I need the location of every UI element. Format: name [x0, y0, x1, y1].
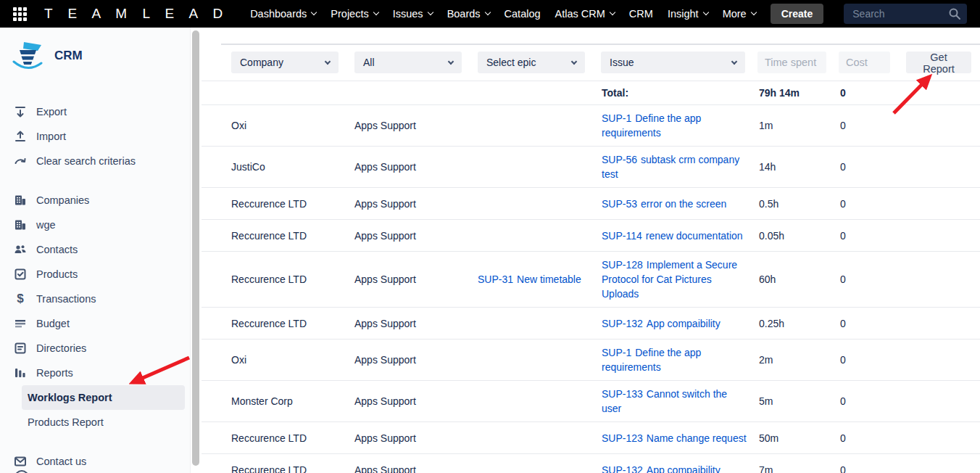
cell-time-spent: 50m — [759, 431, 840, 445]
create-button[interactable]: Create — [771, 4, 824, 24]
sidebar-item-products[interactable]: Products — [0, 262, 190, 287]
topbar-item-catalog[interactable]: Catalog — [497, 8, 548, 20]
issue-link[interactable]: SUP-128Implement a Secure Protocol for C… — [602, 259, 737, 300]
sidebar-item-contacts[interactable]: Contacts — [0, 237, 190, 262]
cost-input[interactable] — [839, 52, 890, 73]
company-filter-select[interactable]: Company — [231, 52, 339, 73]
issue-filter-select[interactable]: Issue — [601, 52, 745, 73]
cell-time-spent: 0.25h — [759, 316, 840, 331]
sidebar-item-label: Products Report — [28, 416, 104, 428]
cell-cost: 0 — [840, 353, 980, 367]
cell-project: Apps Support — [354, 118, 478, 133]
cell-project: Apps Support — [354, 197, 478, 211]
issue-link[interactable]: SUP-123Name change request — [602, 432, 747, 444]
issue-link[interactable]: SUP-132App compaibility — [602, 464, 721, 473]
cell-cost: 0 — [840, 272, 980, 287]
table-row: Reccurence LTDApps SupportSUP-53error on… — [202, 188, 980, 220]
topbar-item-label: More — [723, 8, 747, 20]
topbar-item-label: Catalog — [504, 8, 541, 20]
issue-link[interactable]: SUP-132App compaibility — [602, 318, 721, 329]
issue-link[interactable]: SUP-1Define the app requirements — [602, 112, 701, 139]
topbar-item-label: Insight — [668, 8, 699, 20]
bar-chart-icon — [13, 366, 28, 380]
export-icon — [13, 104, 28, 119]
epic-link[interactable]: SUP-31New timetable — [478, 273, 581, 285]
sidebar-item-directories[interactable]: Directories — [0, 336, 190, 361]
topbar-item-more[interactable]: More — [715, 8, 763, 20]
sidebar-item-worklogs-report[interactable]: Worklogs Report — [22, 385, 185, 410]
topbar-item-issues[interactable]: Issues — [386, 8, 440, 20]
cell-time-spent: 0.5h — [759, 197, 840, 211]
sidebar-item-contact-us[interactable]: Contact us — [0, 449, 190, 473]
cell-cost: 0 — [840, 160, 980, 174]
issue-link[interactable]: SUP-56subtask crm company test — [602, 154, 739, 180]
cell-time-spent: 60h — [759, 272, 840, 287]
topbar-item-insight[interactable]: Insight — [660, 8, 715, 20]
sidebar-item-label: Reports — [36, 367, 73, 379]
cell-company: Reccurence LTD — [202, 316, 354, 331]
sidebar-item-companies[interactable]: Companies — [0, 188, 190, 213]
issue-link[interactable]: SUP-1Define the app requirements — [602, 347, 701, 373]
sidebar-item-budget[interactable]: Budget — [0, 311, 190, 336]
search-icon[interactable] — [948, 7, 961, 20]
issue-key: SUP-1 — [602, 112, 631, 124]
cell-project: Apps Support — [354, 353, 478, 367]
issue-key: SUP-133 — [602, 388, 643, 400]
app-switcher-icon[interactable] — [13, 7, 27, 21]
cell-time-spent: 7m — [759, 463, 840, 473]
sidebar-item-products-report[interactable]: Products Report — [0, 410, 190, 435]
sidebar-item-label: Import — [36, 131, 66, 142]
cell-time-spent: 1m — [759, 118, 840, 133]
cell-time-spent: 5m — [759, 394, 840, 408]
issue-link[interactable]: SUP-114renew documentation — [602, 230, 743, 242]
envelope-icon — [13, 454, 28, 469]
epic-filter-select[interactable]: Select epic — [478, 52, 585, 73]
topbar-item-boards[interactable]: Boards — [440, 8, 497, 20]
topbar: T E A M L E A D DashboardsProjectsIssues… — [0, 0, 980, 28]
table-row: Reccurence LTDApps SupportSUP-123Name ch… — [202, 422, 980, 454]
topbar-item-label: Dashboards — [250, 8, 307, 20]
sidebar-item-label: Transactions — [36, 293, 96, 305]
sidebar-item-label: Products — [36, 268, 78, 280]
project-filter-select[interactable]: All — [354, 52, 462, 73]
topbar-item-dashboards[interactable]: Dashboards — [243, 8, 323, 20]
sidebar-item-clear-search[interactable]: Clear search criterias — [0, 149, 190, 173]
get-report-button[interactable]: Get Report — [906, 52, 971, 73]
topbar-item-label: Atlas CRM — [555, 8, 605, 20]
issue-link[interactable]: SUP-53error on the screen — [602, 198, 726, 210]
sidebar-item-reports[interactable]: Reports — [0, 361, 190, 385]
issue-filter-value: Issue — [610, 57, 634, 68]
time-spent-input[interactable] — [757, 52, 826, 73]
teamlead-logo[interactable]: T E A M L E A D — [44, 6, 228, 22]
people-icon — [13, 242, 28, 257]
chevron-down-icon — [702, 9, 708, 15]
cell-company: JustiCo — [202, 160, 354, 174]
dollar-icon: $ — [13, 292, 28, 306]
cell-cost: 0 — [840, 118, 980, 133]
topbar-item-projects[interactable]: Projects — [323, 8, 385, 20]
topbar-nav: DashboardsProjectsIssuesBoardsCatalogAtl… — [243, 8, 763, 20]
sidebar-item-transactions[interactable]: $ Transactions — [0, 287, 190, 311]
sidebar-item-import[interactable]: Import — [0, 124, 190, 149]
building-icon — [13, 193, 28, 207]
total-time-spent: 79h 14m — [759, 86, 840, 100]
project-filter-value: All — [363, 57, 375, 68]
topbar-item-label: Projects — [331, 8, 368, 20]
topbar-item-label: CRM — [629, 8, 653, 20]
cell-cost: 0 — [840, 463, 980, 473]
total-label: Total: — [602, 86, 759, 100]
sidebar-scrollbar-thumb[interactable] — [192, 30, 199, 466]
sidebar-item-export[interactable]: Export — [0, 99, 190, 124]
chevron-down-icon — [750, 9, 756, 15]
sidebar-item-label: Worklogs Report — [28, 392, 112, 403]
table-row: Reccurence LTDApps SupportSUP-31New time… — [202, 252, 980, 308]
cell-time-spent: 14h — [759, 160, 840, 174]
topbar-item-crm[interactable]: CRM — [622, 8, 660, 20]
cell-project: Apps Support — [354, 463, 478, 473]
topbar-item-atlas-crm[interactable]: Atlas CRM — [548, 8, 622, 20]
sidebar-item-wge[interactable]: wge — [0, 213, 190, 237]
issue-key: SUP-1 — [602, 347, 631, 358]
sidebar-item-label: Contacts — [36, 244, 78, 255]
cell-project: Apps Support — [354, 160, 478, 174]
issue-link[interactable]: SUP-133Cannot switch the user — [602, 388, 727, 414]
